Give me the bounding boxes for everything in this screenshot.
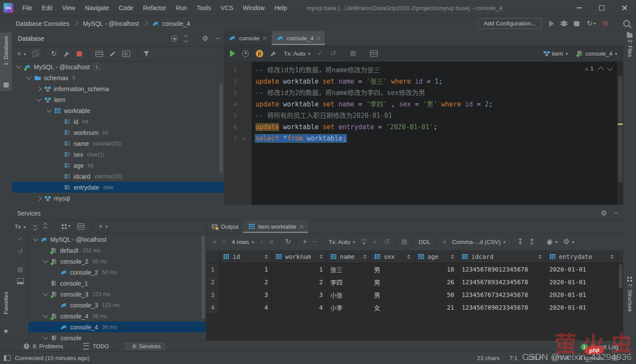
services-tree-row-console_3[interactable]: console_3123 ms xyxy=(28,300,206,311)
preview-settings-icon[interactable] xyxy=(370,50,378,57)
services-tree-row-console_4[interactable]: console_436 ms xyxy=(28,322,206,332)
grid-cell-sex[interactable]: 男 xyxy=(371,276,414,288)
code-line[interactable]: 7✓select *from worktable; xyxy=(224,133,617,144)
edit-source-icon[interactable] xyxy=(110,51,116,57)
collapse-all-icon[interactable] xyxy=(44,223,47,230)
close-tab-icon[interactable] xyxy=(300,225,304,229)
view-options-button[interactable]: ◉▾ xyxy=(547,238,558,245)
scrollbar-thumb[interactable] xyxy=(618,76,622,182)
import-data-icon[interactable]: ↥ xyxy=(529,238,534,245)
db-tree-row-worktable[interactable]: worktable xyxy=(12,105,224,116)
hide-panel-icon[interactable]: − xyxy=(614,210,618,217)
tool-window-button-todo[interactable]: TODO xyxy=(79,342,113,350)
grid-cell-sex[interactable]: 男 xyxy=(371,289,414,301)
group-by-icon[interactable]: ▾ xyxy=(61,223,71,230)
grid-cell-idcard[interactable]: 123456789012345678 xyxy=(458,263,546,276)
tx-mode-select[interactable]: Tx: Auto▾ xyxy=(284,50,311,57)
tree-chevron-icon[interactable] xyxy=(26,74,31,79)
split-view-icon[interactable] xyxy=(17,278,24,284)
grid-cell-id[interactable]: 2 xyxy=(219,276,272,288)
code-line[interactable]: 5-- 将所有的员工入职日期修改为2020-01-01 xyxy=(224,110,617,121)
open-in-new-tab-icon[interactable] xyxy=(78,223,84,230)
grid-cell-id[interactable]: 3 xyxy=(219,289,272,301)
refresh-dropdown-button[interactable]: ↻ ▾ xyxy=(587,20,596,27)
settings-wrench-icon[interactable] xyxy=(270,50,277,57)
grid-header-idcard[interactable]: idcard xyxy=(458,250,546,263)
menu-item-run[interactable]: Run xyxy=(171,0,192,16)
breadcrumb-item[interactable]: console_4 xyxy=(152,20,190,27)
tree-chevron-icon[interactable] xyxy=(36,196,41,201)
refresh-icon[interactable]: ↻ xyxy=(51,50,57,57)
tree-chevron-icon[interactable] xyxy=(43,313,48,318)
add-configuration-button[interactable]: Add Configuration... xyxy=(478,18,541,29)
minimize-button[interactable] xyxy=(568,0,590,16)
export-format-select[interactable]: Comma-...d (CSV)▾ xyxy=(452,239,505,245)
tree-chevron-icon[interactable] xyxy=(43,258,48,263)
grid-header-age[interactable]: age xyxy=(414,250,458,263)
locate-icon[interactable] xyxy=(171,35,177,42)
db-tree-row-mysql____localhost[interactable]: MySQL - @localhost5 xyxy=(12,61,224,72)
ddl-button[interactable]: DDL xyxy=(419,239,431,245)
grid-header-entrydate[interactable]: entrydate xyxy=(546,250,618,263)
tool-window-tab-favorites[interactable]: Favorites ⚠ ★ xyxy=(0,283,12,339)
grid-cell-name[interactable]: 张三 xyxy=(327,263,371,276)
grid-header-worknum[interactable]: worknum xyxy=(272,250,327,263)
db-tree-row-item[interactable]: item xyxy=(12,94,224,105)
collapse-all-icon[interactable] xyxy=(184,35,187,42)
grid-cell-idcard[interactable]: 123456789023345678 xyxy=(458,301,546,314)
grid-cell-sex[interactable]: 女 xyxy=(371,301,414,314)
grid-cell-name[interactable]: 小李 xyxy=(327,301,371,314)
menu-item-tools[interactable]: Tools xyxy=(192,0,216,16)
code-line[interactable]: 6update worktable set entrydate = '2020-… xyxy=(224,121,617,133)
execute-icon[interactable] xyxy=(230,50,235,57)
tree-chevron-icon[interactable] xyxy=(43,335,48,339)
tool-window-tab-files[interactable]: 2: Files xyxy=(623,33,636,57)
schema-selector[interactable]: item▾ xyxy=(543,50,568,57)
tx-mode-select[interactable]: Tx: Auto▾ xyxy=(329,239,355,245)
status-item[interactable]: 7:1 xyxy=(509,355,518,361)
tool-window-button-8__services[interactable]: 8: Services xyxy=(125,342,165,350)
sort-icon[interactable] xyxy=(538,254,542,259)
next-page-icon[interactable]: › xyxy=(260,238,264,246)
grid-cell-entrydate[interactable]: 2020-01-01 xyxy=(546,263,618,276)
parameters-icon[interactable]: p xyxy=(256,50,263,57)
tool-window-tab-structure[interactable]: 7: Structure xyxy=(623,276,636,312)
grid-cell-age[interactable]: 18 xyxy=(414,263,458,276)
wrench-icon[interactable] xyxy=(64,51,70,57)
services-tree-row-console_3[interactable]: console_3123 ms xyxy=(28,289,206,300)
grid-cell-id[interactable]: 1 xyxy=(219,263,272,276)
services-tree-row-console_2[interactable]: console_250 ms xyxy=(28,256,206,267)
history-icon[interactable] xyxy=(242,50,249,57)
sort-icon[interactable] xyxy=(610,254,614,259)
code-line[interactable]: 2update worktable set name = '张三' where … xyxy=(224,76,617,87)
db-tree-row-entrydate[interactable]: entrydatedate xyxy=(12,182,224,193)
grid-cell-worknum[interactable]: 3 xyxy=(272,289,327,301)
tool-window-tab-database[interactable]: 1: Database xyxy=(0,32,12,91)
grid-cell-age[interactable]: 21 xyxy=(414,301,458,314)
add-row-icon[interactable]: + xyxy=(303,238,307,245)
menu-item-window[interactable]: Window xyxy=(238,0,270,16)
code-line[interactable]: 4update worktable set name = '李四' , sex … xyxy=(224,99,617,110)
grid-cell-age[interactable]: 50 xyxy=(414,289,458,301)
tree-chevron-icon[interactable] xyxy=(36,96,41,101)
code-line[interactable]: 1-- 修改id为1的数据，将name修改为张三 xyxy=(224,64,617,76)
db-tree-row-mysql[interactable]: mysql xyxy=(12,193,224,204)
db-tree-row-worknum[interactable]: worknumint xyxy=(12,127,224,138)
grid-cell-entrydate[interactable]: 2020-01-01 xyxy=(546,289,618,301)
add-datasource-button[interactable]: +▾ xyxy=(17,50,26,57)
grid-cell-entrydate[interactable]: 2020-01-01 xyxy=(546,276,618,288)
reload-icon[interactable]: ↻ xyxy=(285,238,291,245)
services-tree-row-console_1[interactable]: console_1 xyxy=(28,278,206,289)
database-tree-scrollbar[interactable] xyxy=(219,83,223,173)
table-data-icon[interactable] xyxy=(95,51,103,57)
grid-header-name[interactable]: name xyxy=(327,250,371,263)
editor-tab-console_4[interactable]: console_4 xyxy=(272,31,326,45)
grid-cell-idcard[interactable]: 123456789342345678 xyxy=(458,276,546,288)
last-page-icon[interactable]: » xyxy=(269,238,273,246)
db-tree-row-idcard[interactable]: idcardvarchar(30) xyxy=(12,171,224,182)
page-size-select[interactable]: 4 rows▾ xyxy=(232,239,254,245)
prev-page-icon[interactable]: ‹ xyxy=(222,238,226,246)
tree-chevron-icon[interactable] xyxy=(36,86,41,91)
session-selector[interactable]: console_4▾ xyxy=(576,50,617,57)
breadcrumb-item[interactable]: MySQL - @localhost xyxy=(83,20,139,27)
